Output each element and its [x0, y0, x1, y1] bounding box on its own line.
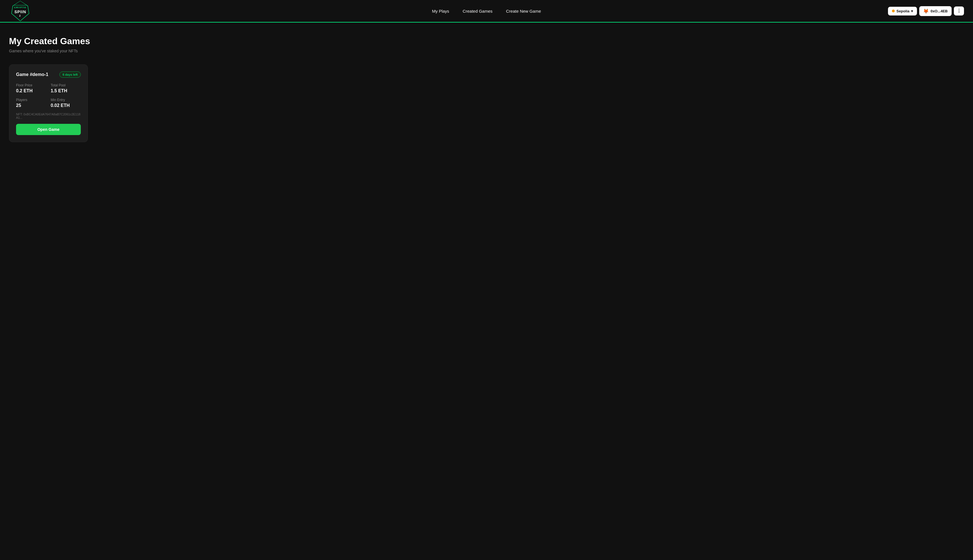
game-card: Game #demo-1 6 days left Floor Price 0.2… — [9, 65, 88, 142]
nft-address: NFT: 0xBC4CA0EdA7647A8aB7C2061c2E118A1..… — [16, 113, 81, 119]
page-subtitle: Games where you've staked your NFTs — [9, 49, 385, 53]
nav-create-new-game[interactable]: Create New Game — [506, 9, 541, 13]
header: CRYPTO SPIIN Z My Plays Created Games Cr… — [0, 0, 973, 23]
main-nav: My Plays Created Games Create New Game — [432, 9, 541, 13]
min-entry-stat: Min Entry 0.02 ETH — [51, 98, 81, 108]
svg-text:CRYPTO: CRYPTO — [14, 6, 27, 9]
total-pool-value: 1.5 ETH — [51, 88, 81, 93]
open-game-button[interactable]: Open Game — [16, 124, 81, 135]
floor-price-label: Floor Price — [16, 83, 46, 87]
floor-price-value: 0.2 ETH — [16, 88, 46, 93]
wallet-address: 0xO...4EB — [931, 9, 948, 13]
card-header: Game #demo-1 6 days left — [16, 72, 81, 78]
svg-text:Z: Z — [19, 14, 22, 17]
network-label: Sepolia — [896, 9, 910, 13]
svg-text:SPIIN: SPIIN — [14, 10, 26, 14]
players-stat: Players 25 — [16, 98, 46, 108]
stats-grid: Floor Price 0.2 ETH Total Pool 1.5 ETH P… — [16, 83, 81, 108]
logo[interactable]: CRYPTO SPIIN Z — [9, 0, 32, 22]
total-pool-stat: Total Pool 1.5 ETH — [51, 83, 81, 93]
game-name: Game #demo-1 — [16, 72, 48, 77]
total-pool-label: Total Pool — [51, 83, 81, 87]
min-entry-label: Min Entry — [51, 98, 81, 102]
nav-my-plays[interactable]: My Plays — [432, 9, 449, 13]
min-entry-value: 0.02 ETH — [51, 103, 81, 108]
network-button[interactable]: Sepolia ▾ — [888, 7, 917, 15]
chevron-down-icon: ▾ — [911, 9, 913, 13]
nav-created-games[interactable]: Created Games — [462, 9, 492, 13]
more-options-button[interactable]: ⋮ — [954, 7, 964, 15]
metamask-icon: 🦊 — [923, 8, 929, 14]
games-grid: Game #demo-1 6 days left Floor Price 0.2… — [9, 65, 385, 142]
wallet-address-button[interactable]: 🦊 0xO...4EB — [919, 6, 951, 16]
wallet-area: Sepolia ▾ 🦊 0xO...4EB ⋮ — [888, 6, 964, 16]
days-badge: 6 days left — [59, 72, 81, 78]
main-content: My Created Games Games where you've stak… — [0, 23, 394, 156]
players-value: 25 — [16, 103, 46, 108]
players-label: Players — [16, 98, 46, 102]
page-title: My Created Games — [9, 36, 385, 47]
floor-price-stat: Floor Price 0.2 ETH — [16, 83, 46, 93]
network-indicator — [892, 10, 895, 12]
